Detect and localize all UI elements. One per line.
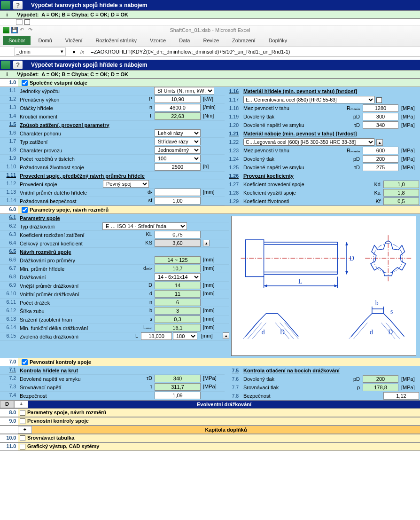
op-char-select[interactable]: Jednosměrný	[155, 146, 201, 154]
section-9-header[interactable]: 9.0 Pevnostní kontroly spoje	[0, 417, 420, 425]
svg-line-29	[354, 323, 367, 339]
app-title-bar-top: ? Výpočet tvarových spojů hřídele s nábo…	[0, 0, 420, 10]
torque-output: 22,63	[155, 112, 201, 120]
spline-type-select[interactable]: E … ISO 14 - Střední řada	[102, 222, 187, 230]
inner-dia-input[interactable]	[155, 189, 201, 196]
kl-input[interactable]	[155, 231, 201, 238]
safety-input[interactable]	[155, 197, 201, 205]
svg-marker-14	[264, 284, 267, 287]
excel-logo-icon	[3, 27, 9, 33]
svg-line-20	[243, 323, 257, 339]
status-row-main: i Výpočet: A = OK; B = Chyba; C = OK; D …	[0, 70, 420, 79]
svg-text:s: s	[390, 308, 393, 315]
length-btn[interactable]: ▴	[223, 332, 229, 339]
section-kapitola-header[interactable]: + Kapitola doplňků	[0, 425, 420, 434]
joint-type-select[interactable]: Pevný spoj	[103, 180, 149, 188]
section-10-header[interactable]: 10.0 Srovnávací tabulka	[0, 434, 420, 442]
ribbon-tab-home[interactable]: Domů	[32, 36, 57, 45]
units-select[interactable]: SI Units (N, mm, kW…)	[154, 87, 214, 95]
tau-hub-input[interactable]	[363, 164, 398, 171]
rm-shaft-input[interactable]	[363, 104, 398, 112]
section-8-checkbox[interactable]	[20, 410, 25, 416]
ribbon-tab-view[interactable]: Zobrazení	[226, 36, 261, 45]
starts-select[interactable]: 100	[155, 155, 201, 162]
save-icon[interactable]: 💾	[11, 27, 18, 33]
life-input[interactable]	[155, 163, 201, 171]
section-1-checkbox[interactable]	[22, 80, 28, 86]
drive-char-select[interactable]: Lehké rázy	[155, 129, 201, 137]
units-label: Jednotky výpočtu	[18, 87, 140, 95]
svg-text:d: d	[370, 329, 373, 336]
app-title-2: Výpočet tvarových spojů hřídele s náboje…	[31, 62, 147, 68]
worksheet: 1.0 Společné vstupní údaje 1.1Jednotky v…	[0, 79, 420, 451]
app-gear-icon-2[interactable]	[0, 60, 11, 70]
undo-icon[interactable]: ↶	[20, 27, 26, 33]
section-11-checkbox[interactable]	[20, 444, 25, 449]
length-input[interactable]	[141, 332, 172, 340]
hub-material-select[interactable]: C…Legovaná ocel (600) [HB 300-350 HRC 33…	[243, 138, 375, 146]
plus-tab[interactable]: +	[14, 401, 28, 408]
app-gear-icon[interactable]	[0, 0, 11, 10]
section-6-header[interactable]: 6.0 Parametry spoje, návrh rozměrů	[0, 205, 420, 214]
svg-text:D: D	[350, 255, 354, 262]
section-11-header[interactable]: 11.0 Grafický výstup, CAD sytémy	[0, 442, 420, 451]
section-7-header[interactable]: 7.0 Pevnostní kontroly spoje	[0, 358, 420, 366]
ribbon-tab-formulas[interactable]: Vzorce	[144, 36, 171, 45]
ribbon-tab-review[interactable]: Revize	[197, 36, 225, 45]
i-col-2: i	[0, 71, 14, 77]
length-select[interactable]: 180	[173, 332, 197, 340]
app-title-bar-main: ? Výpočet tvarových spojů hřídele s nábo…	[0, 60, 420, 70]
formula-input[interactable]	[89, 47, 420, 56]
ribbon-tabs: Soubor Domů Vložení Rozložení stránky Vz…	[0, 35, 420, 46]
d-tab[interactable]: D	[0, 401, 14, 408]
plus-tab-2[interactable]: +	[18, 426, 32, 433]
chevron-down-icon[interactable]: ▾	[61, 48, 63, 55]
shaft-mat-checkbox[interactable]	[376, 97, 382, 103]
ribbon-tab-data[interactable]: Data	[173, 36, 195, 45]
spline-spec-select[interactable]: 14 - 6x11x14	[155, 273, 201, 281]
section-6-checkbox[interactable]	[22, 207, 28, 213]
hub-mat-btn[interactable]: ▴	[376, 139, 383, 146]
app-title: Výpočet tvarových spojů hřídele s náboje…	[31, 2, 147, 8]
ribbon-tab-file[interactable]: Soubor	[3, 36, 31, 45]
pd-shaft-input[interactable]	[363, 113, 398, 120]
tau-shaft-input[interactable]	[363, 121, 398, 129]
top-spacer	[0, 19, 420, 25]
power-input[interactable]	[155, 95, 201, 103]
app-help-icon-2[interactable]: ?	[12, 60, 23, 70]
fx-insert-icon[interactable]: ●	[72, 49, 76, 55]
section-8-header[interactable]: 8.0 Parametry spoje, návrh rozměrů	[0, 409, 420, 417]
svg-line-21	[248, 323, 261, 339]
name-box[interactable]: _dmin ▾	[14, 47, 66, 56]
rm-hub-input[interactable]	[363, 147, 398, 154]
svg-line-25	[285, 323, 298, 339]
fx-label[interactable]: fx	[80, 49, 85, 55]
ribbon-tab-layout[interactable]: Rozložení stránky	[90, 36, 142, 45]
app-help-icon[interactable]: ?	[12, 0, 23, 10]
svg-marker-9	[345, 271, 348, 275]
formula-bar: _dmin ▾ ● fx	[0, 46, 420, 56]
ks-btn[interactable]: ▴	[203, 240, 210, 246]
section-10-checkbox[interactable]	[20, 435, 25, 441]
excel-titlebar: 💾 ↶ ↷ ShaftCon_01.xlsb - Microsoft Excel	[0, 25, 420, 35]
i-col: i	[0, 12, 14, 17]
rpm-input[interactable]	[155, 104, 201, 111]
redo-icon[interactable]: ↷	[28, 27, 35, 33]
svg-text:L: L	[298, 278, 302, 285]
svg-text:D: D	[280, 329, 285, 336]
section-1-header[interactable]: 1.0 Společné vstupní údaje	[0, 79, 420, 87]
status-row-top: i Výpočet: A = OK; B = Chyba; C = OK; D …	[0, 10, 420, 19]
svg-text:d: d	[262, 329, 265, 336]
svg-line-28	[349, 323, 363, 339]
section-evol-header[interactable]: D + Evolventní drážkování	[0, 400, 420, 409]
load-type-select[interactable]: Střídavé rázy	[155, 138, 201, 145]
ribbon-tab-insert[interactable]: Vložení	[60, 36, 88, 45]
section-9-checkbox[interactable]	[20, 418, 25, 424]
pd-hub-input[interactable]	[363, 155, 398, 163]
excel-window-chrome: 💾 ↶ ↷ ShaftCon_01.xlsb - Microsoft Excel…	[0, 25, 420, 57]
svg-marker-15	[334, 284, 338, 287]
svg-marker-8	[345, 242, 348, 245]
section-7-checkbox[interactable]	[22, 359, 28, 365]
shaft-material-select[interactable]: E…Cementovaná ocel (850) [HRC 55-63]	[243, 96, 375, 103]
ribbon-tab-addins[interactable]: Doplňky	[263, 36, 293, 45]
